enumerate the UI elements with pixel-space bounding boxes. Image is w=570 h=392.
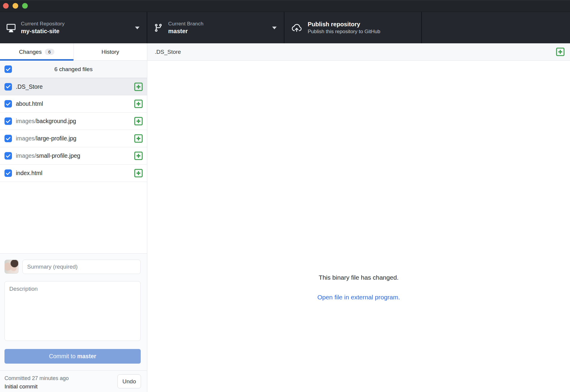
minimize-button[interactable] [13, 3, 18, 9]
file-added-icon [134, 82, 143, 91]
device-desktop-icon [7, 23, 16, 32]
file-checkbox[interactable] [4, 83, 12, 91]
file-added-icon [134, 151, 143, 160]
file-basename: large-profile.jpg [36, 135, 76, 142]
file-path-prefix: images/ [16, 118, 36, 124]
tab-history[interactable]: History [73, 43, 147, 60]
sidebar-tabbar: Changes 6 History [0, 43, 147, 61]
binary-file-message: This binary file has changed. [147, 274, 570, 281]
file-row[interactable]: .DS_Store [0, 78, 147, 95]
commit-summary-input[interactable] [22, 260, 141, 274]
file-name: images/large-profile.jpg [16, 135, 134, 142]
file-name: about.html [16, 100, 134, 107]
current-repository-label: Current Repository [21, 21, 131, 27]
file-basename: .DS_Store [16, 83, 43, 90]
file-name: .DS_Store [16, 83, 134, 90]
last-commit-message: Initial commit [4, 383, 117, 390]
commit-button-branch: master [77, 353, 96, 359]
current-branch-button[interactable]: Current Branch master [147, 12, 284, 43]
file-added-icon [134, 134, 143, 143]
commit-description-input[interactable] [4, 281, 141, 341]
undo-commit-bar: Committed 27 minutes ago Initial commit … [0, 370, 147, 392]
file-path-prefix: images/ [16, 135, 36, 142]
file-row[interactable]: images/large-profile.jpg [0, 130, 147, 147]
commit-form: Commit to master [0, 253, 147, 370]
changed-files-count: 6 changed files [0, 66, 147, 73]
close-button[interactable] [3, 3, 9, 9]
current-branch-label: Current Branch [168, 21, 269, 27]
file-name: images/background.jpg [16, 118, 134, 125]
diff-body: This binary file has changed. Open file … [147, 61, 570, 392]
publish-repository-title: Publish repository [308, 21, 421, 28]
file-added-icon [134, 99, 143, 108]
file-path-prefix: images/ [16, 152, 36, 159]
file-checkbox[interactable] [4, 135, 12, 142]
traffic-lights [3, 3, 28, 9]
tab-changes-label: Changes [19, 49, 42, 55]
file-added-icon [134, 117, 143, 125]
diff-panel: .DS_Store This binary file has changed. … [147, 43, 570, 392]
user-avatar [4, 260, 19, 274]
changed-files-header: 6 changed files [0, 61, 147, 78]
file-name: index.html [16, 170, 134, 177]
upload-cloud-icon [291, 22, 302, 33]
last-commit-status: Committed 27 minutes ago [4, 375, 117, 382]
publish-repository-subtitle: Publish this repository to GitHub [308, 29, 421, 35]
open-external-link[interactable]: Open file in external program. [147, 294, 570, 301]
file-checkbox[interactable] [4, 100, 12, 108]
file-row[interactable]: about.html [0, 95, 147, 113]
git-branch-icon [154, 23, 163, 32]
chevron-down-icon [135, 25, 140, 30]
file-basename: about.html [16, 100, 43, 107]
file-list-empty-area [0, 182, 147, 253]
maximize-button[interactable] [22, 3, 28, 9]
diff-file-name: .DS_Store [155, 49, 556, 55]
file-basename: background.jpg [36, 118, 76, 124]
commit-button[interactable]: Commit to master [4, 349, 141, 364]
file-checkbox[interactable] [4, 117, 12, 125]
titlebar [0, 0, 570, 12]
file-row[interactable]: images/background.jpg [0, 113, 147, 130]
file-added-icon [556, 48, 565, 56]
file-basename: small-profile.jpeg [36, 152, 80, 159]
current-repository-button[interactable]: Current Repository my-static-site [0, 12, 147, 43]
changes-count-badge: 6 [45, 49, 54, 55]
file-added-icon [134, 169, 143, 177]
file-checkbox[interactable] [4, 152, 12, 160]
toolbar: Current Repository my-static-site Curren… [0, 12, 570, 43]
file-basename: index.html [16, 170, 42, 176]
github-desktop-window: Current Repository my-static-site Curren… [0, 0, 570, 392]
publish-repository-button[interactable]: Publish repository Publish this reposito… [284, 12, 422, 43]
select-all-checkbox[interactable] [4, 65, 12, 73]
file-checkbox[interactable] [4, 169, 12, 177]
file-row[interactable]: images/small-profile.jpeg [0, 147, 147, 165]
undo-button[interactable]: Undo [117, 374, 141, 388]
current-repository-value: my-static-site [21, 28, 131, 35]
changes-sidebar: Changes 6 History 6 changed files .DS_St… [0, 43, 147, 392]
commit-button-prefix: Commit to [49, 353, 77, 359]
diff-file-header: .DS_Store [147, 43, 570, 61]
current-branch-value: master [168, 28, 269, 35]
file-row[interactable]: index.html [0, 165, 147, 182]
tab-history-label: History [102, 49, 119, 55]
toolbar-empty-area [422, 12, 570, 43]
chevron-down-icon [272, 25, 277, 30]
tab-changes[interactable]: Changes 6 [0, 43, 73, 60]
file-name: images/small-profile.jpeg [16, 152, 134, 159]
